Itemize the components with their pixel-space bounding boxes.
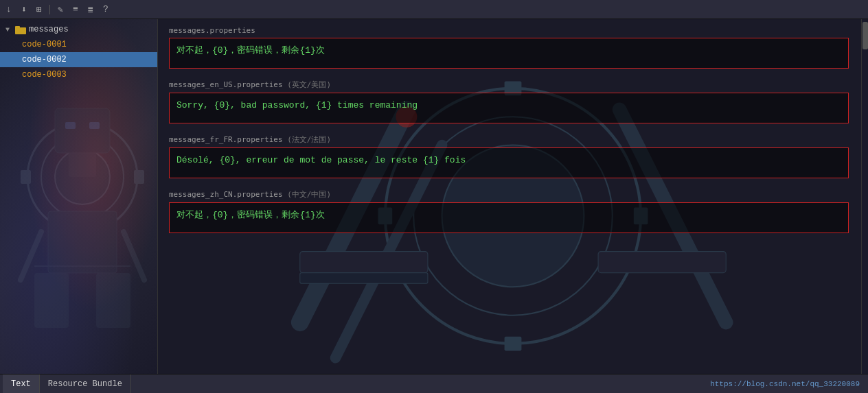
tree-item-code-0001-label: code-0001	[22, 40, 67, 49]
editor-box-default[interactable]: 对不起，{0}，密码错误，剩余{1}次	[169, 38, 849, 69]
editor-locale-en-us: (英文/美国)	[283, 80, 332, 89]
left-panel: ▼ messages code-0001 code-0002 code-0003	[0, 19, 158, 374]
toolbar: ↓ ⬇ ⊞ ✎ ≡ ≣ ?	[0, 0, 868, 19]
sort-alpha-icon[interactable]: ↓	[3, 3, 15, 16]
tree-item-code-0001[interactable]: code-0001	[0, 37, 157, 52]
editor-locale-fr-fr: (法文/法国)	[283, 135, 332, 144]
list-icon[interactable]: ≣	[84, 3, 97, 16]
tab-list: Text Resource Bundle	[3, 374, 131, 394]
editor-section-fr-fr: messages_fr_FR.properties (法文/法国) Désolé…	[169, 134, 849, 178]
svg-rect-6	[134, 170, 144, 184]
scrollbar-thumb[interactable]	[863, 22, 868, 49]
editor-filename-default: messages.properties	[169, 26, 255, 35]
decorative-robot-svg	[0, 40, 158, 374]
tree-root-messages[interactable]: ▼ messages	[0, 22, 157, 37]
svg-rect-11	[96, 273, 130, 328]
editor-label-default: messages.properties	[169, 26, 849, 35]
main-area: ▼ messages code-0001 code-0002 code-0003	[0, 19, 868, 374]
tree-item-code-0002-label: code-0002	[22, 55, 67, 64]
editor-locale-zh-cn: (中文/中国)	[283, 190, 332, 199]
tree-root-label: messages	[29, 25, 69, 34]
toolbar-separator	[49, 5, 50, 14]
grid-icon[interactable]: ⊞	[33, 3, 45, 16]
editor-filename-en-us: messages_en_US.properties	[169, 80, 283, 89]
status-url: https://blog.csdn.net/qq_33220089	[710, 380, 865, 388]
tree-expand-arrow: ▼	[5, 26, 14, 34]
svg-rect-12	[48, 211, 117, 273]
align-icon[interactable]: ≡	[69, 3, 82, 16]
editor-box-fr-fr[interactable]: Désolé, {0}, erreur de mot de passe, le …	[169, 147, 849, 178]
editor-filename-zh-cn: messages_zh_CN.properties	[169, 190, 283, 199]
editor-section-default: messages.properties 对不起，{0}，密码错误，剩余{1}次	[169, 26, 849, 69]
right-panel-content: messages.properties 对不起，{0}，密码错误，剩余{1}次 …	[158, 19, 860, 240]
statusbar-url-text: https://blog.csdn.net/qq_33220089	[710, 380, 860, 388]
svg-rect-15	[65, 122, 76, 129]
help-icon[interactable]: ?	[100, 3, 112, 16]
tab-bar: Text Resource Bundle https://blog.csdn.n…	[0, 374, 868, 393]
editor-box-zh-cn[interactable]: 对不起，{0}，密码错误，剩余{1}次	[169, 202, 849, 233]
editor-section-en-us: messages_en_US.properties (英文/美国) Sorry,…	[169, 80, 849, 123]
tree-item-code-0003[interactable]: code-0003	[0, 67, 157, 82]
editor-label-en-us: messages_en_US.properties (英文/美国)	[169, 80, 849, 90]
tab-text[interactable]: Text	[3, 374, 40, 394]
tree-container: ▼ messages code-0001 code-0002 code-0003	[0, 19, 157, 85]
svg-rect-19	[15, 26, 20, 29]
sort-down-icon[interactable]: ⬇	[18, 3, 30, 16]
folder-icon	[15, 25, 26, 34]
svg-rect-10	[34, 273, 69, 328]
editor-section-zh-cn: messages_zh_CN.properties (中文/中国) 对不起，{0…	[169, 189, 849, 233]
editor-box-en-us[interactable]: Sorry, {0}, bad password, {1} times rema…	[169, 93, 849, 123]
tree-item-code-0003-label: code-0003	[22, 70, 67, 80]
svg-line-9	[124, 232, 144, 280]
svg-rect-16	[89, 122, 100, 129]
edit-icon[interactable]: ✎	[54, 3, 67, 16]
tab-text-label: Text	[11, 379, 31, 389]
svg-rect-13	[69, 150, 96, 177]
svg-rect-14	[55, 108, 110, 153]
tree-item-code-0002[interactable]: code-0002	[0, 52, 157, 67]
editor-label-zh-cn: messages_zh_CN.properties (中文/中国)	[169, 189, 849, 200]
editor-filename-fr-fr: messages_fr_FR.properties	[169, 135, 283, 144]
tab-resource-bundle[interactable]: Resource Bundle	[40, 374, 131, 394]
tab-resource-bundle-label: Resource Bundle	[48, 379, 122, 389]
right-panel: messages.properties 对不起，{0}，密码错误，剩余{1}次 …	[158, 19, 868, 374]
vertical-scrollbar[interactable]	[861, 19, 868, 374]
editor-label-fr-fr: messages_fr_FR.properties (法文/法国)	[169, 134, 849, 145]
svg-line-8	[21, 232, 41, 280]
svg-rect-5	[21, 170, 31, 184]
